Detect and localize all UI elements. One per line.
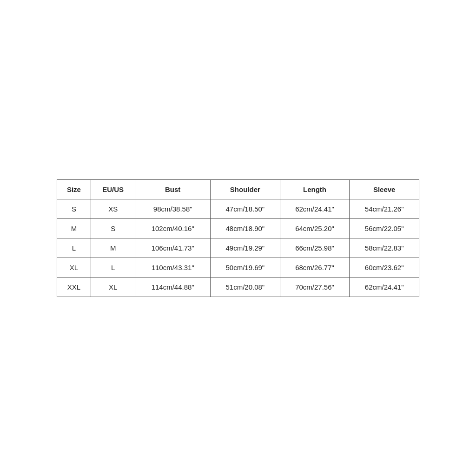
size-chart-table: SizeEU/USBustShoulderLengthSleeve SXS98c… [57,179,419,297]
table-header-cell: Length [280,179,350,199]
table-cell: 66cm/25.98" [280,238,350,258]
table-cell: 54cm/21.26" [350,199,419,218]
table-cell: 70cm/27.56" [280,277,350,297]
table-header-cell: Sleeve [350,179,419,199]
table-header-cell: Size [57,179,91,199]
table-cell: 51cm/20.08" [211,277,280,297]
table-cell: 68cm/26.77" [280,258,350,277]
table-cell: 62cm/24.41" [350,277,419,297]
table-cell: M [57,218,91,238]
table-cell: XS [91,199,135,218]
table-header-cell: Bust [135,179,211,199]
table-row: LM106cm/41.73"49cm/19.29"66cm/25.98"58cm… [57,238,419,258]
table-cell: L [57,238,91,258]
table-cell: 47cm/18.50" [211,199,280,218]
table-cell: 58cm/22.83" [350,238,419,258]
table-cell: XL [91,277,135,297]
table-cell: M [91,238,135,258]
table-cell: 64cm/25.20" [280,218,350,238]
table-header-cell: EU/US [91,179,135,199]
table-header-row: SizeEU/USBustShoulderLengthSleeve [57,179,419,199]
table-cell: 114cm/44.88" [135,277,211,297]
table-cell: 48cm/18.90" [211,218,280,238]
table-cell: 56cm/22.05" [350,218,419,238]
table-cell: 50cm/19.69" [211,258,280,277]
table-cell: 60cm/23.62" [350,258,419,277]
table-cell: S [57,199,91,218]
table-header-cell: Shoulder [211,179,280,199]
table-row: MS102cm/40.16"48cm/18.90"64cm/25.20"56cm… [57,218,419,238]
table-row: XLL110cm/43.31"50cm/19.69"68cm/26.77"60c… [57,258,419,277]
size-chart-container: SizeEU/USBustShoulderLengthSleeve SXS98c… [57,179,419,297]
table-cell: 110cm/43.31" [135,258,211,277]
table-cell: L [91,258,135,277]
table-cell: 62cm/24.41" [280,199,350,218]
table-cell: 49cm/19.29" [211,238,280,258]
table-cell: XL [57,258,91,277]
table-cell: 106cm/41.73" [135,238,211,258]
table-cell: 102cm/40.16" [135,218,211,238]
table-row: SXS98cm/38.58"47cm/18.50"62cm/24.41"54cm… [57,199,419,218]
table-row: XXLXL114cm/44.88"51cm/20.08"70cm/27.56"6… [57,277,419,297]
table-cell: S [91,218,135,238]
table-cell: XXL [57,277,91,297]
table-cell: 98cm/38.58" [135,199,211,218]
